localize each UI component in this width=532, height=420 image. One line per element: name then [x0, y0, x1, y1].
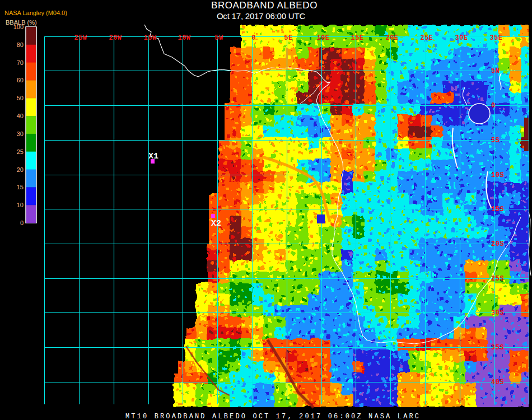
svg-text:15: 15: [17, 184, 24, 190]
svg-text:20W: 20W: [109, 34, 122, 42]
svg-text:BBALB (%): BBALB (%): [6, 19, 37, 26]
svg-text:15W: 15W: [143, 34, 156, 42]
svg-text:35S: 35S: [491, 344, 504, 352]
svg-text:70: 70: [17, 59, 24, 66]
svg-text:20: 20: [17, 166, 24, 173]
svg-text:15E: 15E: [351, 34, 363, 42]
svg-text:MT10 BROADBAND ALBEDO OCT 1: MT10 BROADBAND ALBEDO OCT 17, 2017 06:00…: [125, 413, 419, 420]
svg-text:5W: 5W: [214, 34, 223, 42]
svg-text:0: 0: [251, 34, 256, 42]
svg-text:25: 25: [17, 148, 24, 155]
svg-text:BROADBAND ALBEDO: BROADBAND ALBEDO: [211, 0, 318, 11]
svg-text:20E: 20E: [385, 34, 398, 42]
svg-text:60: 60: [17, 77, 24, 83]
svg-text:Oct 17, 2017 06:00 UTC: Oct 17, 2017 06:00 UTC: [217, 11, 306, 21]
svg-text:30: 30: [17, 130, 24, 137]
svg-text:20S: 20S: [491, 240, 504, 248]
svg-text:40: 40: [17, 113, 24, 119]
svg-text:50: 50: [17, 95, 24, 101]
svg-text:5E: 5E: [284, 34, 292, 42]
svg-text:30E: 30E: [455, 34, 468, 42]
svg-text:10: 10: [17, 202, 24, 208]
svg-text:80: 80: [17, 41, 24, 48]
svg-text:0: 0: [20, 220, 24, 226]
svg-text:25W: 25W: [74, 34, 87, 42]
svg-text:NASA Langley (M04.0): NASA Langley (M04.0): [4, 10, 67, 16]
svg-text:40S: 40S: [491, 379, 504, 386]
svg-text:5N: 5N: [491, 67, 500, 75]
svg-text:15S: 15S: [491, 206, 504, 213]
svg-text:0: 0: [491, 102, 496, 110]
svg-text:25S: 25S: [491, 275, 504, 283]
svg-text:5S: 5S: [491, 137, 500, 144]
svg-text:10E: 10E: [316, 34, 329, 42]
svg-text:10S: 10S: [491, 171, 504, 179]
svg-text:35E: 35E: [489, 34, 502, 42]
svg-text:30S: 30S: [491, 309, 504, 317]
svg-text:10W: 10W: [178, 34, 190, 42]
svg-text:25E: 25E: [420, 34, 433, 42]
svg-text:X2: X2: [211, 219, 221, 228]
